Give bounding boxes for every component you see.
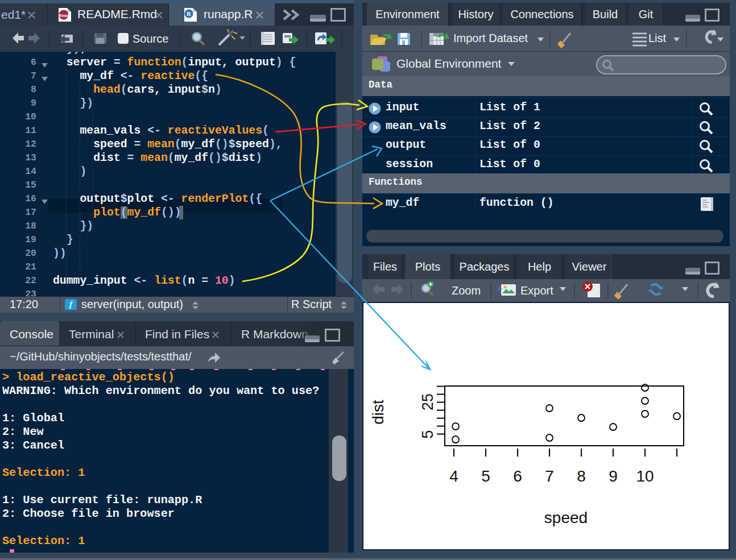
- svg-text:10: 10: [636, 467, 654, 485]
- svg-text:speed: speed: [544, 509, 588, 526]
- svg-text:5: 5: [481, 467, 490, 485]
- svg-text:6: 6: [513, 467, 522, 485]
- svg-text:Rmd: Rmd: [59, 13, 69, 18]
- svg-text:4: 4: [449, 467, 458, 485]
- svg-text:dist: dist: [369, 400, 387, 425]
- svg-text:9: 9: [609, 467, 618, 485]
- svg-text:25: 25: [419, 393, 436, 410]
- svg-text:8: 8: [577, 467, 586, 485]
- svg-text:5: 5: [419, 430, 436, 438]
- svg-text:7: 7: [545, 467, 554, 485]
- svg-text:R: R: [187, 10, 192, 17]
